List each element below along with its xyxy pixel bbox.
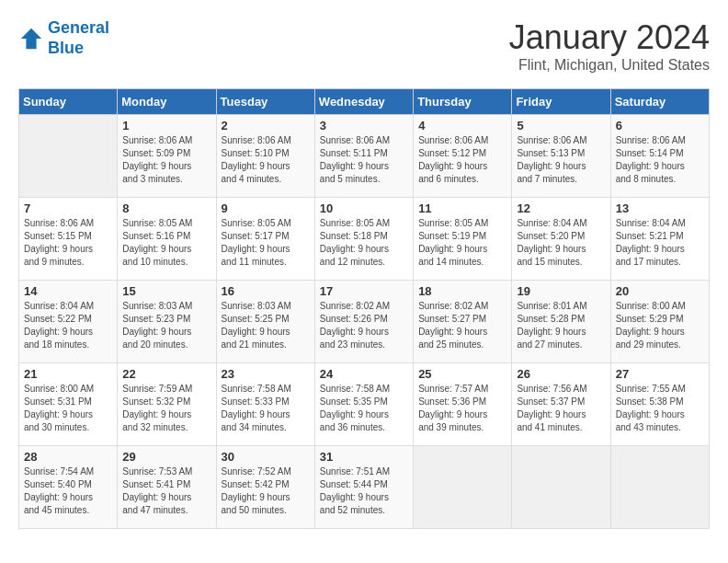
- day-info: Sunrise: 7:57 AM Sunset: 5:36 PM Dayligh…: [418, 383, 506, 434]
- calendar-cell: [512, 446, 610, 529]
- day-info: Sunrise: 7:58 AM Sunset: 5:33 PM Dayligh…: [222, 383, 310, 434]
- day-info: Sunrise: 8:04 AM Sunset: 5:22 PM Dayligh…: [24, 300, 112, 351]
- calendar-table: SundayMondayTuesdayWednesdayThursdayFrid…: [18, 88, 710, 529]
- weekday-header-thursday: Thursday: [414, 89, 512, 115]
- calendar-cell: 30Sunrise: 7:52 AM Sunset: 5:42 PM Dayli…: [216, 446, 314, 529]
- day-info: Sunrise: 8:06 AM Sunset: 5:11 PM Dayligh…: [320, 134, 408, 186]
- calendar-cell: 31Sunrise: 7:51 AM Sunset: 5:44 PM Dayli…: [314, 446, 413, 529]
- day-info: Sunrise: 8:04 AM Sunset: 5:20 PM Dayligh…: [517, 217, 605, 269]
- day-info: Sunrise: 8:01 AM Sunset: 5:28 PM Dayligh…: [517, 300, 605, 351]
- day-number: 6: [616, 119, 704, 132]
- day-number: 1: [122, 119, 210, 132]
- day-number: 23: [222, 367, 310, 381]
- day-info: Sunrise: 8:06 AM Sunset: 5:14 PM Dayligh…: [616, 134, 704, 186]
- day-number: 22: [122, 367, 210, 381]
- day-number: 5: [517, 119, 605, 132]
- day-info: Sunrise: 8:06 AM Sunset: 5:12 PM Dayligh…: [418, 134, 506, 186]
- calendar-cell: 17Sunrise: 8:02 AM Sunset: 5:26 PM Dayli…: [314, 281, 413, 363]
- day-number: 7: [24, 201, 112, 215]
- calendar-cell: 11Sunrise: 8:05 AM Sunset: 5:19 PM Dayli…: [414, 198, 512, 281]
- day-info: Sunrise: 8:05 AM Sunset: 5:17 PM Dayligh…: [222, 217, 310, 269]
- header-row: SundayMondayTuesdayWednesdayThursdayFrid…: [19, 89, 710, 115]
- calendar-cell: 15Sunrise: 8:03 AM Sunset: 5:23 PM Dayli…: [118, 281, 216, 363]
- day-info: Sunrise: 7:53 AM Sunset: 5:41 PM Dayligh…: [122, 465, 210, 517]
- day-number: 30: [222, 450, 310, 464]
- logo-general: General: [48, 18, 109, 37]
- day-number: 4: [418, 119, 506, 132]
- calendar-cell: 29Sunrise: 7:53 AM Sunset: 5:41 PM Dayli…: [118, 446, 216, 529]
- week-row-2: 7Sunrise: 8:06 AM Sunset: 5:15 PM Daylig…: [19, 198, 710, 281]
- calendar-cell: 10Sunrise: 8:05 AM Sunset: 5:18 PM Dayli…: [314, 198, 413, 281]
- calendar-cell: 6Sunrise: 8:06 AM Sunset: 5:14 PM Daylig…: [610, 115, 709, 198]
- day-info: Sunrise: 7:54 AM Sunset: 5:40 PM Dayligh…: [24, 465, 112, 517]
- day-info: Sunrise: 7:58 AM Sunset: 5:35 PM Dayligh…: [320, 383, 408, 434]
- day-info: Sunrise: 8:00 AM Sunset: 5:31 PM Dayligh…: [24, 383, 112, 434]
- day-info: Sunrise: 7:51 AM Sunset: 5:44 PM Dayligh…: [320, 465, 408, 517]
- logo-blue: Blue: [48, 39, 84, 57]
- day-number: 24: [320, 367, 408, 381]
- header: General Blue January 2024 Flint, Michiga…: [18, 18, 710, 74]
- calendar-cell: 13Sunrise: 8:04 AM Sunset: 5:21 PM Dayli…: [610, 198, 709, 281]
- day-number: 17: [320, 284, 408, 298]
- calendar-cell: 8Sunrise: 8:05 AM Sunset: 5:16 PM Daylig…: [118, 198, 216, 281]
- calendar-cell: 1Sunrise: 8:06 AM Sunset: 5:09 PM Daylig…: [118, 115, 216, 198]
- day-number: 16: [222, 284, 310, 298]
- day-number: 11: [418, 201, 506, 215]
- calendar-cell: 19Sunrise: 8:01 AM Sunset: 5:28 PM Dayli…: [512, 281, 610, 363]
- calendar-cell: [414, 446, 512, 529]
- weekday-header-tuesday: Tuesday: [216, 89, 314, 115]
- day-number: 28: [24, 450, 112, 464]
- calendar-cell: 28Sunrise: 7:54 AM Sunset: 5:40 PM Dayli…: [19, 446, 118, 529]
- day-info: Sunrise: 7:55 AM Sunset: 5:38 PM Dayligh…: [616, 383, 704, 434]
- calendar-cell: [19, 115, 118, 198]
- day-number: 31: [320, 450, 408, 464]
- calendar-cell: 7Sunrise: 8:06 AM Sunset: 5:15 PM Daylig…: [19, 198, 118, 281]
- day-number: 8: [122, 201, 210, 215]
- day-info: Sunrise: 8:04 AM Sunset: 5:21 PM Dayligh…: [616, 217, 704, 269]
- week-row-1: 1Sunrise: 8:06 AM Sunset: 5:09 PM Daylig…: [19, 115, 710, 198]
- day-info: Sunrise: 8:05 AM Sunset: 5:18 PM Dayligh…: [320, 217, 408, 269]
- day-number: 13: [616, 201, 704, 215]
- day-info: Sunrise: 8:03 AM Sunset: 5:25 PM Dayligh…: [222, 300, 310, 351]
- day-number: 27: [616, 367, 704, 381]
- day-info: Sunrise: 7:52 AM Sunset: 5:42 PM Dayligh…: [222, 465, 310, 517]
- day-number: 2: [222, 119, 310, 132]
- calendar-cell: 3Sunrise: 8:06 AM Sunset: 5:11 PM Daylig…: [314, 115, 413, 198]
- calendar-cell: 12Sunrise: 8:04 AM Sunset: 5:20 PM Dayli…: [512, 198, 610, 281]
- title-area: January 2024 Flint, Michigan, United Sta…: [509, 18, 710, 74]
- calendar-title: January 2024: [509, 18, 710, 57]
- day-info: Sunrise: 8:02 AM Sunset: 5:27 PM Dayligh…: [418, 300, 506, 351]
- svg-marker-0: [21, 28, 41, 48]
- day-info: Sunrise: 7:56 AM Sunset: 5:37 PM Dayligh…: [517, 383, 605, 434]
- day-info: Sunrise: 8:06 AM Sunset: 5:09 PM Dayligh…: [122, 134, 210, 186]
- day-info: Sunrise: 8:05 AM Sunset: 5:19 PM Dayligh…: [418, 217, 506, 269]
- day-info: Sunrise: 8:03 AM Sunset: 5:23 PM Dayligh…: [122, 300, 210, 351]
- calendar-cell: 9Sunrise: 8:05 AM Sunset: 5:17 PM Daylig…: [216, 198, 314, 281]
- calendar-cell: 14Sunrise: 8:04 AM Sunset: 5:22 PM Dayli…: [19, 281, 118, 363]
- logo-text: General Blue: [48, 18, 109, 58]
- weekday-header-friday: Friday: [512, 89, 610, 115]
- day-number: 26: [517, 367, 605, 381]
- day-info: Sunrise: 7:59 AM Sunset: 5:32 PM Dayligh…: [122, 383, 210, 434]
- week-row-3: 14Sunrise: 8:04 AM Sunset: 5:22 PM Dayli…: [19, 281, 710, 363]
- calendar-cell: 21Sunrise: 8:00 AM Sunset: 5:31 PM Dayli…: [19, 363, 118, 446]
- day-number: 10: [320, 201, 408, 215]
- day-number: 21: [24, 367, 112, 381]
- day-number: 3: [320, 119, 408, 132]
- calendar-cell: 24Sunrise: 7:58 AM Sunset: 5:35 PM Dayli…: [314, 363, 413, 446]
- day-info: Sunrise: 8:00 AM Sunset: 5:29 PM Dayligh…: [616, 300, 704, 351]
- day-info: Sunrise: 8:02 AM Sunset: 5:26 PM Dayligh…: [320, 300, 408, 351]
- day-number: 29: [122, 450, 210, 464]
- calendar-cell: 18Sunrise: 8:02 AM Sunset: 5:27 PM Dayli…: [414, 281, 512, 363]
- weekday-header-sunday: Sunday: [19, 89, 118, 115]
- day-info: Sunrise: 8:06 AM Sunset: 5:10 PM Dayligh…: [222, 134, 310, 186]
- day-number: 25: [418, 367, 506, 381]
- weekday-header-saturday: Saturday: [610, 89, 709, 115]
- day-info: Sunrise: 8:05 AM Sunset: 5:16 PM Dayligh…: [122, 217, 210, 269]
- week-row-4: 21Sunrise: 8:00 AM Sunset: 5:31 PM Dayli…: [19, 363, 710, 446]
- day-number: 9: [222, 201, 310, 215]
- calendar-cell: 5Sunrise: 8:06 AM Sunset: 5:13 PM Daylig…: [512, 115, 610, 198]
- day-number: 20: [616, 284, 704, 298]
- calendar-cell: 23Sunrise: 7:58 AM Sunset: 5:33 PM Dayli…: [216, 363, 314, 446]
- calendar-cell: 2Sunrise: 8:06 AM Sunset: 5:10 PM Daylig…: [216, 115, 314, 198]
